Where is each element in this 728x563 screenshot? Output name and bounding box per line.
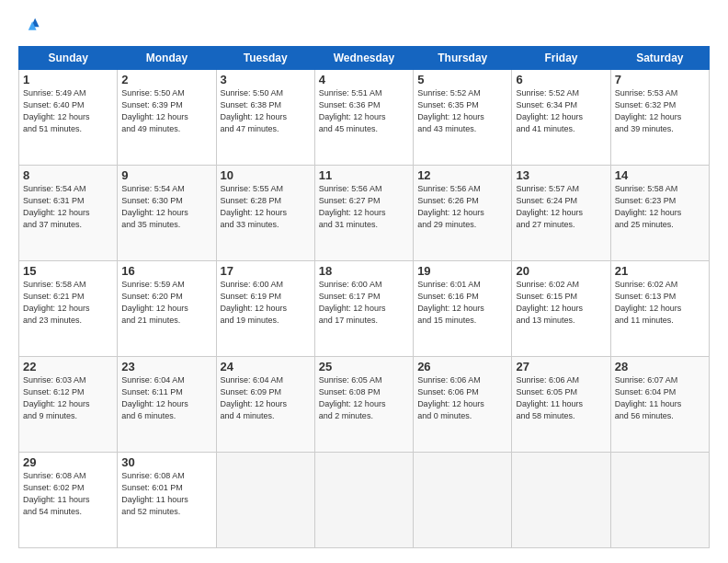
day-info: Sunrise: 5:58 AM Sunset: 6:21 PM Dayligh… (23, 279, 113, 327)
day-info: Sunrise: 6:00 AM Sunset: 6:17 PM Dayligh… (319, 279, 409, 327)
day-number: 24 (221, 360, 311, 373)
calendar-day-cell: 12Sunrise: 5:56 AM Sunset: 6:26 PM Dayli… (414, 166, 512, 261)
column-header-saturday: Saturday (610, 47, 709, 70)
calendar-day-cell: 19Sunrise: 6:01 AM Sunset: 6:16 PM Dayli… (414, 261, 512, 357)
day-number: 2 (121, 73, 211, 86)
column-header-sunday: Sunday (19, 47, 118, 70)
calendar-day-cell (414, 453, 512, 548)
calendar-day-cell: 2Sunrise: 5:50 AM Sunset: 6:39 PM Daylig… (118, 70, 216, 166)
calendar-day-cell: 13Sunrise: 5:57 AM Sunset: 6:24 PM Dayli… (512, 166, 610, 261)
day-info: Sunrise: 6:02 AM Sunset: 6:13 PM Dayligh… (615, 279, 705, 327)
calendar-day-cell (610, 453, 709, 548)
day-info: Sunrise: 5:50 AM Sunset: 6:39 PM Dayligh… (121, 87, 211, 135)
day-info: Sunrise: 5:59 AM Sunset: 6:20 PM Dayligh… (121, 279, 211, 327)
calendar-day-cell: 11Sunrise: 5:56 AM Sunset: 6:27 PM Dayli… (314, 166, 413, 261)
day-number: 21 (615, 264, 705, 278)
day-info: Sunrise: 5:53 AM Sunset: 6:32 PM Dayligh… (615, 87, 705, 135)
calendar-header-row: SundayMondayTuesdayWednesdayThursdayFrid… (19, 47, 710, 70)
calendar-day-cell: 22Sunrise: 6:03 AM Sunset: 6:12 PM Dayli… (19, 357, 118, 453)
page: SundayMondayTuesdayWednesdayThursdayFrid… (0, 0, 728, 563)
calendar-day-cell (216, 453, 314, 548)
calendar-day-cell: 3Sunrise: 5:50 AM Sunset: 6:38 PM Daylig… (216, 70, 314, 166)
column-header-friday: Friday (512, 47, 610, 70)
day-info: Sunrise: 6:04 AM Sunset: 6:11 PM Dayligh… (121, 374, 211, 422)
calendar-week-row: 29Sunrise: 6:08 AM Sunset: 6:02 PM Dayli… (19, 453, 710, 548)
logo-icon (20, 15, 40, 35)
day-number: 27 (516, 360, 606, 373)
calendar-week-row: 8Sunrise: 5:54 AM Sunset: 6:31 PM Daylig… (19, 166, 710, 261)
day-info: Sunrise: 6:08 AM Sunset: 6:02 PM Dayligh… (23, 470, 113, 518)
calendar-day-cell: 28Sunrise: 6:07 AM Sunset: 6:04 PM Dayli… (610, 357, 709, 453)
day-info: Sunrise: 6:00 AM Sunset: 6:19 PM Dayligh… (221, 279, 311, 327)
day-info: Sunrise: 5:54 AM Sunset: 6:31 PM Dayligh… (23, 183, 113, 231)
day-number: 20 (516, 264, 606, 278)
calendar-day-cell: 5Sunrise: 5:52 AM Sunset: 6:35 PM Daylig… (414, 70, 512, 166)
day-info: Sunrise: 5:56 AM Sunset: 6:26 PM Dayligh… (417, 183, 507, 231)
day-number: 6 (516, 73, 606, 86)
calendar-day-cell: 1Sunrise: 5:49 AM Sunset: 6:40 PM Daylig… (19, 70, 118, 166)
day-number: 10 (221, 168, 311, 182)
day-number: 22 (23, 360, 113, 373)
day-number: 11 (319, 168, 409, 182)
header (18, 15, 710, 39)
day-number: 4 (319, 73, 409, 86)
day-info: Sunrise: 6:08 AM Sunset: 6:01 PM Dayligh… (121, 470, 211, 518)
calendar-day-cell: 9Sunrise: 5:54 AM Sunset: 6:30 PM Daylig… (118, 166, 216, 261)
calendar-day-cell: 6Sunrise: 5:52 AM Sunset: 6:34 PM Daylig… (512, 70, 610, 166)
day-info: Sunrise: 5:58 AM Sunset: 6:23 PM Dayligh… (615, 183, 705, 231)
day-number: 14 (615, 168, 705, 182)
calendar-table: SundayMondayTuesdayWednesdayThursdayFrid… (18, 46, 710, 548)
column-header-thursday: Thursday (414, 47, 512, 70)
day-info: Sunrise: 5:54 AM Sunset: 6:30 PM Dayligh… (121, 183, 211, 231)
day-number: 16 (121, 264, 211, 278)
calendar-day-cell: 14Sunrise: 5:58 AM Sunset: 6:23 PM Dayli… (610, 166, 709, 261)
column-header-wednesday: Wednesday (314, 47, 413, 70)
day-info: Sunrise: 5:49 AM Sunset: 6:40 PM Dayligh… (23, 87, 113, 135)
day-number: 17 (221, 264, 311, 278)
calendar-day-cell: 26Sunrise: 6:06 AM Sunset: 6:06 PM Dayli… (414, 357, 512, 453)
day-number: 25 (319, 360, 409, 373)
day-number: 9 (121, 168, 211, 182)
day-info: Sunrise: 5:50 AM Sunset: 6:38 PM Dayligh… (221, 87, 311, 135)
day-number: 29 (23, 455, 113, 469)
calendar-week-row: 22Sunrise: 6:03 AM Sunset: 6:12 PM Dayli… (19, 357, 710, 453)
column-header-tuesday: Tuesday (216, 47, 314, 70)
day-number: 3 (221, 73, 311, 86)
day-number: 18 (319, 264, 409, 278)
calendar-day-cell: 17Sunrise: 6:00 AM Sunset: 6:19 PM Dayli… (216, 261, 314, 357)
day-number: 19 (417, 264, 507, 278)
calendar-day-cell: 10Sunrise: 5:55 AM Sunset: 6:28 PM Dayli… (216, 166, 314, 261)
calendar-day-cell (314, 453, 413, 548)
calendar-day-cell: 4Sunrise: 5:51 AM Sunset: 6:36 PM Daylig… (314, 70, 413, 166)
calendar-day-cell: 8Sunrise: 5:54 AM Sunset: 6:31 PM Daylig… (19, 166, 118, 261)
day-number: 28 (615, 360, 705, 373)
day-number: 15 (23, 264, 113, 278)
day-number: 5 (417, 73, 507, 86)
day-number: 23 (121, 360, 211, 373)
calendar-day-cell: 21Sunrise: 6:02 AM Sunset: 6:13 PM Dayli… (610, 261, 709, 357)
calendar-day-cell: 18Sunrise: 6:00 AM Sunset: 6:17 PM Dayli… (314, 261, 413, 357)
day-number: 30 (121, 455, 211, 469)
day-number: 8 (23, 168, 113, 182)
calendar-day-cell (512, 453, 610, 548)
calendar-day-cell: 15Sunrise: 5:58 AM Sunset: 6:21 PM Dayli… (19, 261, 118, 357)
day-number: 26 (417, 360, 507, 373)
day-info: Sunrise: 6:02 AM Sunset: 6:15 PM Dayligh… (516, 279, 606, 327)
calendar-week-row: 15Sunrise: 5:58 AM Sunset: 6:21 PM Dayli… (19, 261, 710, 357)
calendar-day-cell: 24Sunrise: 6:04 AM Sunset: 6:09 PM Dayli… (216, 357, 314, 453)
calendar-week-row: 1Sunrise: 5:49 AM Sunset: 6:40 PM Daylig… (19, 70, 710, 166)
day-info: Sunrise: 5:57 AM Sunset: 6:24 PM Dayligh… (516, 183, 606, 231)
day-info: Sunrise: 6:04 AM Sunset: 6:09 PM Dayligh… (221, 374, 311, 422)
calendar-day-cell: 23Sunrise: 6:04 AM Sunset: 6:11 PM Dayli… (118, 357, 216, 453)
calendar-day-cell: 16Sunrise: 5:59 AM Sunset: 6:20 PM Dayli… (118, 261, 216, 357)
calendar-day-cell: 30Sunrise: 6:08 AM Sunset: 6:01 PM Dayli… (118, 453, 216, 548)
day-info: Sunrise: 5:51 AM Sunset: 6:36 PM Dayligh… (319, 87, 409, 135)
day-number: 13 (516, 168, 606, 182)
logo (18, 15, 40, 39)
day-number: 7 (615, 73, 705, 86)
day-info: Sunrise: 6:06 AM Sunset: 6:06 PM Dayligh… (417, 374, 507, 422)
day-info: Sunrise: 6:06 AM Sunset: 6:05 PM Dayligh… (516, 374, 606, 422)
day-info: Sunrise: 5:52 AM Sunset: 6:34 PM Dayligh… (516, 87, 606, 135)
day-info: Sunrise: 5:56 AM Sunset: 6:27 PM Dayligh… (319, 183, 409, 231)
day-info: Sunrise: 5:52 AM Sunset: 6:35 PM Dayligh… (417, 87, 507, 135)
